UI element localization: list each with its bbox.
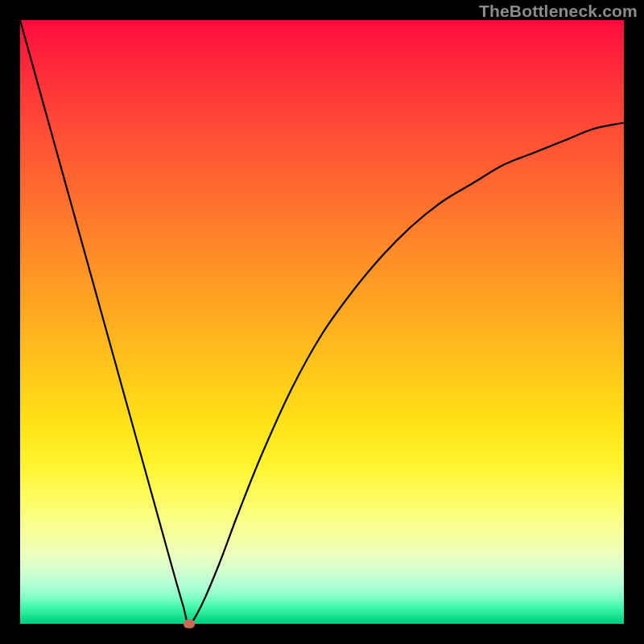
- watermark-text: TheBottleneck.com: [479, 2, 638, 21]
- plot-area: [20, 20, 624, 624]
- bottleneck-curve: [20, 20, 624, 624]
- curve-svg: [20, 20, 624, 624]
- minimum-marker: [184, 620, 195, 629]
- chart-frame: TheBottleneck.com: [0, 0, 644, 644]
